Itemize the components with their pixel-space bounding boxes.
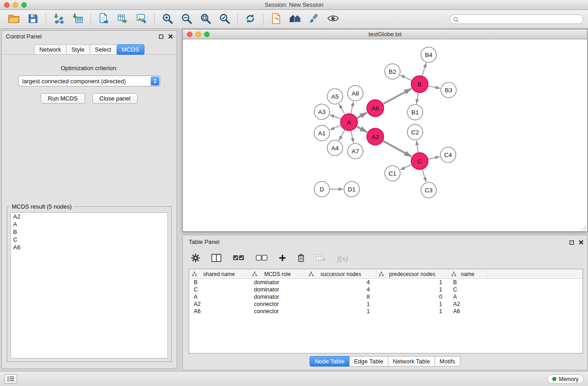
close-panel-icon[interactable]: ✕	[167, 33, 173, 40]
network-node-D1[interactable]: D1	[344, 181, 359, 197]
network-edge-B-B3[interactable]	[428, 86, 440, 88]
network-node-A[interactable]: A	[341, 114, 358, 131]
network-minimize-button[interactable]	[196, 32, 201, 37]
apply-style-button[interactable]	[305, 12, 324, 27]
network-node-A5[interactable]: A5	[327, 89, 343, 104]
delete-column-button[interactable]	[297, 254, 305, 264]
mcds-result-item[interactable]: A	[11, 220, 167, 228]
float-panel-icon[interactable]	[159, 33, 163, 41]
network-edge-A-A2[interactable]	[357, 126, 367, 132]
column-header-predecessor-nodes[interactable]: predecessor nodes	[376, 269, 449, 279]
close-panel-icon[interactable]: ✕	[578, 239, 584, 246]
float-panel-icon[interactable]	[569, 238, 574, 247]
import-table-button[interactable]	[68, 12, 87, 27]
network-node-A7[interactable]: A7	[348, 143, 363, 159]
mcds-result-item[interactable]: B	[11, 228, 167, 236]
control-tab-network[interactable]: Network	[34, 44, 67, 55]
network-edge-B-B4[interactable]	[422, 63, 426, 76]
column-header-shared-name[interactable]: shared name	[189, 269, 249, 279]
network-edge-B-B2[interactable]	[400, 75, 411, 81]
mcds-result-item[interactable]: A2	[11, 213, 167, 220]
control-tab-style[interactable]: Style	[67, 44, 90, 55]
network-node-B1[interactable]: B1	[407, 105, 423, 120]
minimize-window-button[interactable]	[13, 2, 18, 8]
search-input[interactable]	[449, 14, 583, 24]
refresh-view-button[interactable]	[241, 12, 260, 27]
column-header-successor-nodes[interactable]: successor nodes	[306, 269, 376, 279]
export-image-button[interactable]	[132, 12, 151, 27]
network-edge-C-C2[interactable]	[416, 141, 418, 152]
control-tab-select[interactable]: Select	[90, 44, 117, 55]
network-edge-A-A1[interactable]	[330, 125, 341, 130]
network-canvas[interactable]: AA6A2BCA5A8A3A1A4A7B2B4B3B1C2C4C1C3DD1	[183, 40, 587, 231]
network-node-A2[interactable]: A2	[367, 129, 384, 145]
delete-table-button[interactable]	[316, 254, 326, 263]
tab-network-table[interactable]: Network Table	[388, 356, 435, 367]
network-node-B4[interactable]: B4	[421, 47, 436, 62]
network-edge-C-C1[interactable]	[400, 165, 411, 170]
run-mcds-button[interactable]: Run MCDS	[41, 93, 85, 104]
task-history-button[interactable]	[5, 374, 17, 384]
export-network-button[interactable]	[94, 12, 113, 27]
network-node-B2[interactable]: B2	[385, 64, 400, 79]
column-header-mcds-role[interactable]: MCDS role	[249, 269, 306, 279]
network-edge-A2-C[interactable]	[383, 141, 411, 157]
control-tab-mcds[interactable]: MCDS	[117, 44, 144, 55]
network-node-D[interactable]: D	[314, 181, 330, 197]
mcds-result-item[interactable]: C	[11, 236, 167, 243]
network-node-B3[interactable]: B3	[441, 82, 456, 98]
network-zoom-button[interactable]	[204, 32, 210, 37]
network-node-A1[interactable]: A1	[314, 125, 330, 141]
column-header-name[interactable]: name	[449, 269, 487, 279]
resize-corner-icon[interactable]	[581, 225, 587, 231]
deselect-all-columns-button[interactable]	[256, 255, 268, 263]
zoom-out-button[interactable]	[177, 12, 196, 27]
save-session-button[interactable]	[24, 12, 43, 27]
network-edge-A-A3[interactable]	[330, 115, 341, 119]
zoom-window-button[interactable]	[21, 2, 27, 8]
tab-edge-table[interactable]: Edge Table	[349, 356, 388, 367]
tab-node-table[interactable]: Node Table	[310, 356, 349, 367]
network-edge-A-A7[interactable]	[351, 131, 354, 143]
select-all-columns-button[interactable]	[233, 255, 244, 263]
column-browser-button[interactable]	[211, 254, 221, 264]
network-edge-C-C3[interactable]	[422, 170, 426, 182]
network-node-A6[interactable]: A6	[367, 100, 384, 117]
import-network-button[interactable]	[49, 12, 68, 27]
import-file-button[interactable]	[267, 12, 286, 27]
zoom-selected-button[interactable]	[215, 12, 234, 27]
home-button[interactable]	[286, 12, 305, 27]
memory-button[interactable]: Memory	[547, 374, 583, 384]
show-graphics-details-button[interactable]	[324, 12, 343, 27]
table-settings-button[interactable]	[191, 253, 200, 264]
network-edge-A-A6[interactable]	[357, 113, 367, 118]
tab-motifs[interactable]: Motifs	[435, 356, 460, 367]
table-row[interactable]: Bdominator41B	[189, 279, 583, 286]
network-node-A3[interactable]: A3	[314, 104, 330, 119]
network-edge-A-A5[interactable]	[339, 104, 345, 114]
open-session-button[interactable]	[5, 12, 24, 27]
criterion-dropdown[interactable]: largest connected component (directed)	[18, 76, 160, 86]
zoom-fit-button[interactable]	[196, 12, 215, 27]
network-node-A8[interactable]: A8	[348, 86, 363, 101]
network-edge-C-C4[interactable]	[428, 157, 440, 159]
network-edge-A-A8[interactable]	[351, 102, 354, 114]
zoom-in-button[interactable]	[158, 12, 177, 27]
close-panel-button[interactable]: Close panel	[92, 93, 138, 104]
export-table-button[interactable]	[113, 12, 132, 27]
network-close-button[interactable]	[187, 32, 192, 37]
network-node-C3[interactable]: C3	[421, 182, 436, 198]
mcds-result-item[interactable]: A6	[11, 243, 167, 251]
table-row[interactable]: A2connector11A2	[189, 300, 583, 308]
table-row[interactable]: A6connector11A6	[189, 308, 583, 315]
network-edge-A-A4[interactable]	[339, 130, 345, 140]
network-edge-B-B1[interactable]	[416, 93, 418, 104]
network-node-C2[interactable]: C2	[407, 124, 423, 140]
function-builder-button[interactable]: f(x)	[337, 254, 348, 263]
network-window-titlebar[interactable]: testGlobe.txt	[183, 29, 587, 39]
network-node-C[interactable]: C	[411, 153, 428, 170]
network-node-C4[interactable]: C4	[440, 147, 456, 162]
add-column-button[interactable]	[279, 254, 286, 263]
network-edge-A6-B[interactable]	[383, 89, 411, 104]
table-row[interactable]: Cdominator41C	[189, 286, 583, 293]
